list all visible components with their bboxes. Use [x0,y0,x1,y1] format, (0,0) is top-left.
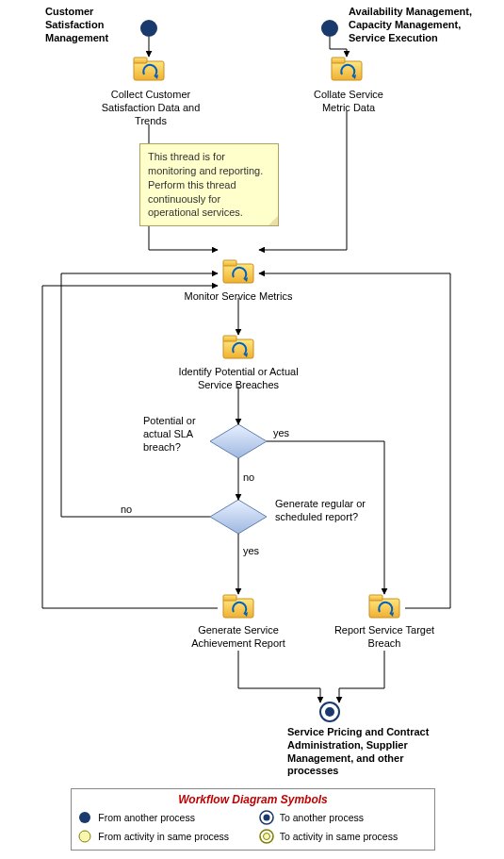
legend-title: Workflow Diagram Symbols [72,793,434,806]
svg-rect-3 [134,58,147,63]
legend-from-activity-label: From activity in same process [98,831,229,842]
legend-to-another-label: To another process [280,812,364,823]
svg-marker-14 [210,424,267,458]
activity-genreport-label: Generate Service Achievement Report [177,624,300,651]
legend: Workflow Diagram Symbols From another pr… [71,788,435,851]
svg-rect-5 [332,58,345,63]
activity-collect-icon [134,58,164,80]
activity-reportbreach-icon [369,595,399,618]
decision-d1 [210,424,267,458]
annotation-note: This thread is for monitoring and report… [139,143,279,226]
svg-marker-15 [210,500,267,534]
activity-monitor-label: Monitor Service Metrics [172,290,304,304]
svg-point-50 [79,831,90,842]
activity-identify-icon [223,336,253,358]
decision-d2-question: Generate regular or scheduled report? [275,498,369,524]
start-event-left [140,20,157,37]
svg-point-49 [263,815,269,821]
svg-rect-7 [223,260,236,266]
decision-d1-no: no [243,471,254,485]
decision-d1-yes: yes [273,427,289,440]
legend-to-activity-label: To activity in same process [280,831,398,842]
activity-collate-label: Collate Service Metric Data [301,89,396,115]
end-event-label: Service Pricing and Contract Administrat… [287,726,447,778]
legend-from-another-label: From another process [98,812,195,823]
activity-genreport-icon [223,595,253,618]
activity-collate-icon [332,58,362,80]
decision-d1-question: Potential or actual SLA breach? [143,415,219,454]
activity-monitor-icon [223,260,253,283]
activity-collect-label: Collect Customer Satisfaction Data and T… [89,89,212,127]
svg-point-47 [79,812,90,823]
start-event-right [321,20,338,37]
header-left: Customer Satisfaction Management [45,6,135,44]
svg-point-17 [325,707,334,717]
activity-reportbreach-label: Report Service Target Breach [333,624,436,651]
legend-to-activity: To activity in same process [259,829,429,844]
legend-to-another: To another process [259,810,429,825]
svg-rect-9 [223,336,236,341]
decision-d2 [210,500,267,534]
end-event [320,702,339,721]
svg-point-52 [263,834,269,840]
svg-point-0 [140,20,157,37]
svg-rect-13 [369,595,382,601]
decision-d2-no: no [121,504,132,517]
header-right: Availability Management, Capacity Manage… [349,6,499,44]
legend-from-another: From another process [77,810,247,825]
decision-d2-yes: yes [243,545,259,558]
svg-point-1 [321,20,338,37]
legend-from-activity: From activity in same process [77,829,247,844]
svg-rect-11 [223,595,236,601]
activity-identify-label: Identify Potential or Actual Service Bre… [172,366,304,392]
